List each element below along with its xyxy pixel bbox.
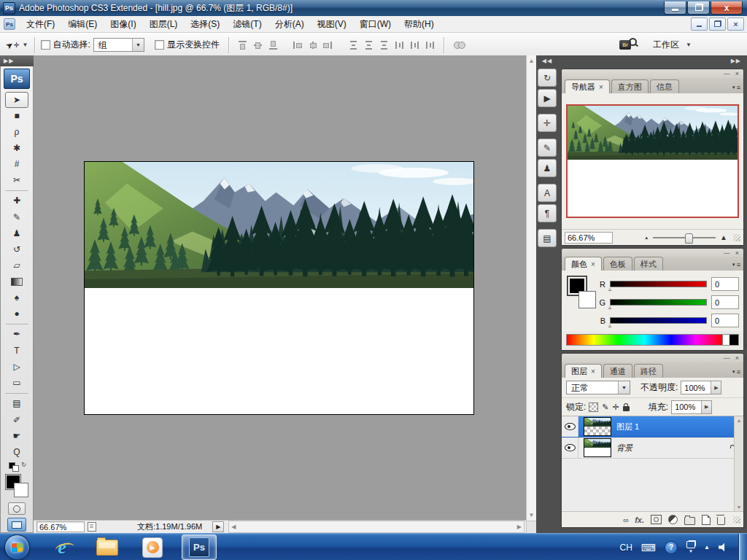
panel-menu-button[interactable]: ▼ ≡ <box>732 368 740 376</box>
brush-tool[interactable]: ✎ <box>5 209 28 225</box>
actions-panel-button[interactable]: ▶ <box>538 89 557 107</box>
panel-resize-grip[interactable] <box>733 516 740 524</box>
channel-value-field[interactable]: 0 <box>711 295 739 309</box>
panel-minimize-icon[interactable]: — <box>724 355 730 361</box>
history-brush-tool[interactable]: ↺ <box>5 241 28 257</box>
lock-image-icon[interactable]: ✎ <box>602 402 608 412</box>
tab-info[interactable]: 信息 × <box>650 79 679 93</box>
layer-thumbnail[interactable] <box>584 417 611 436</box>
blur-tool[interactable]: ♠ <box>5 289 28 306</box>
panel-menu-button[interactable]: ▼ ≡ <box>732 84 740 91</box>
panel-minimize-icon[interactable]: — <box>724 71 730 77</box>
tab-channels[interactable]: 通道 × <box>603 364 632 378</box>
navigator-preview[interactable] <box>566 104 739 218</box>
layer-style-button[interactable]: fx. <box>635 516 644 524</box>
notes-tool[interactable]: ▤ <box>5 393 28 412</box>
visibility-toggle[interactable] <box>562 438 578 458</box>
rectangular-marquee-tool[interactable]: ■ <box>5 108 28 124</box>
panel-minimize-icon[interactable]: — <box>724 250 730 256</box>
help-tray-icon[interactable]: ? <box>665 541 678 554</box>
screen-mode-button[interactable] <box>7 518 26 532</box>
workspace-dropdown[interactable]: 工作区 ▼ <box>653 39 692 51</box>
tab-close-icon[interactable]: × <box>591 260 595 268</box>
navigator-zoom-slider[interactable] <box>653 233 716 242</box>
scroll-right-icon[interactable]: ▶ <box>517 524 522 530</box>
slider-thumb-icon[interactable]: ▵ <box>608 286 611 292</box>
scroll-down-icon[interactable]: ▼ <box>529 512 535 518</box>
tools-panel-header[interactable]: ▶▶ <box>0 55 34 66</box>
volume-icon[interactable] <box>719 542 728 552</box>
layer-row-layer1[interactable]: 图层 1 <box>562 416 735 438</box>
quick-mask-mode-button[interactable] <box>8 502 26 515</box>
align-left-edges-icon[interactable] <box>292 40 303 50</box>
blend-mode-dropdown[interactable]: 正常 ▼ <box>566 381 630 394</box>
paragraph-panel-button[interactable]: ¶ <box>538 204 557 222</box>
panel-close-icon[interactable]: × <box>735 250 739 256</box>
align-top-edges-icon[interactable] <box>237 40 248 50</box>
slice-tool[interactable]: ✂ <box>5 172 28 188</box>
show-hidden-icons-button[interactable]: ▲ <box>704 544 710 551</box>
dodge-tool[interactable]: ● <box>5 306 28 322</box>
new-layer-button[interactable] <box>702 515 711 525</box>
distribute-left-edges-icon[interactable] <box>394 40 405 50</box>
white-swatch[interactable] <box>722 335 729 345</box>
tray-window-icon[interactable]: ▼ <box>686 541 695 553</box>
canvas-region[interactable] <box>34 55 526 520</box>
menu-select[interactable]: 选择(S) <box>184 16 226 32</box>
panel-resize-grip[interactable] <box>733 234 740 241</box>
brushes-panel-button[interactable]: ✎ <box>538 139 557 157</box>
channel-slider-track[interactable]: ▵ <box>610 317 707 324</box>
align-horizontal-centers-icon[interactable] <box>307 40 318 50</box>
align-vertical-centers-icon[interactable] <box>252 40 263 50</box>
spinner-arrow-icon[interactable]: ▶ <box>701 401 711 413</box>
tab-paths[interactable]: 路径 × <box>634 364 663 378</box>
distribute-vertical-centers-icon[interactable] <box>363 40 374 50</box>
zoom-out-icon[interactable]: ▲ <box>644 236 649 240</box>
menu-edit[interactable]: 编辑(E) <box>61 16 104 32</box>
doc-close-button[interactable]: × <box>727 18 744 31</box>
tab-histogram[interactable]: 直方图 × <box>611 79 649 93</box>
gradient-tool[interactable]: ▰ <box>5 273 28 289</box>
tab-styles[interactable]: 样式 × <box>634 257 663 271</box>
lock-all-icon[interactable] <box>623 406 630 411</box>
clone-source-panel-button[interactable]: ♟ <box>538 159 557 177</box>
pen-tool[interactable]: ✒ <box>5 324 28 343</box>
history-panel-button[interactable]: ↻ <box>538 69 557 87</box>
menu-analysis[interactable]: 分析(A) <box>268 16 311 32</box>
spectrum-ramp[interactable] <box>567 335 722 345</box>
restore-button[interactable] <box>687 1 710 15</box>
new-group-button[interactable] <box>684 517 695 525</box>
eraser-tool[interactable]: ▱ <box>5 257 28 273</box>
opacity-field[interactable]: 100% ▶ <box>681 381 721 394</box>
status-zoom-field[interactable]: 66.67% <box>36 521 85 532</box>
auto-select-mode-dropdown[interactable]: 组 ▼ <box>93 38 144 52</box>
channel-slider-track[interactable]: ▵ <box>610 299 707 306</box>
menu-file[interactable]: 文件(F) <box>20 16 61 32</box>
scroll-left-icon[interactable]: ◀ <box>231 524 236 530</box>
panel-menu-button[interactable]: ▼ ≡ <box>732 261 740 268</box>
doc-minimize-button[interactable] <box>691 18 708 31</box>
tool-preset-picker[interactable]: ➤ ✛ ▼ <box>6 40 28 50</box>
move-tool[interactable]: ➤ <box>5 92 28 108</box>
document-canvas[interactable] <box>84 161 474 415</box>
menu-help[interactable]: 帮助(H) <box>398 16 441 32</box>
scroll-up-icon[interactable]: ▲ <box>737 418 742 423</box>
panel-close-icon[interactable]: × <box>735 355 739 361</box>
distribute-bottom-edges-icon[interactable] <box>379 40 390 50</box>
show-transform-controls-checkbox[interactable] <box>155 40 164 50</box>
keyboard-icon[interactable]: ⌨ <box>641 542 656 553</box>
fill-field[interactable]: 100% ▶ <box>671 400 712 414</box>
character-panel-button[interactable]: A <box>538 184 557 202</box>
language-indicator[interactable]: CH <box>620 542 632 553</box>
align-right-edges-icon[interactable] <box>322 40 333 50</box>
background-color-swatch[interactable] <box>14 483 28 497</box>
show-desktop-button[interactable] <box>738 534 747 560</box>
close-button[interactable]: x <box>711 1 743 15</box>
add-layer-mask-button[interactable] <box>651 515 662 524</box>
dock-header[interactable]: ◀◀ <box>542 55 552 66</box>
start-button[interactable] <box>4 534 30 560</box>
layer-row-background[interactable]: 背景 <box>562 438 735 459</box>
zoom-tool[interactable]: Q <box>5 444 28 460</box>
layer-comps-panel-button[interactable]: ▤ <box>538 229 557 247</box>
taskbar-internet-explorer[interactable]: e <box>49 535 75 560</box>
